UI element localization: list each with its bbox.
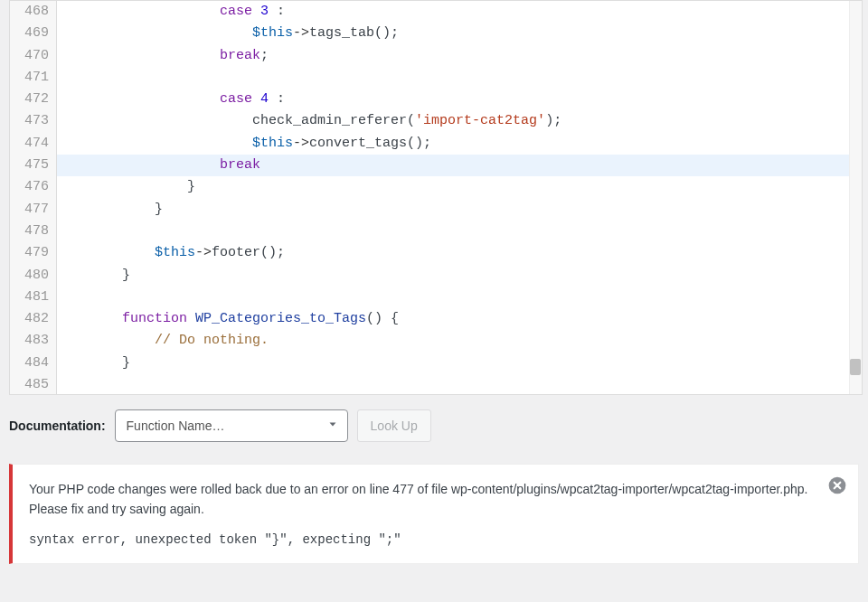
code-line[interactable]: function WP_Categories_to_Tags() { [57, 308, 849, 330]
line-number: 475 [10, 155, 49, 176]
code-line[interactable]: $this->tags_tab(); [57, 23, 849, 44]
line-number: 471 [10, 67, 49, 89]
line-number: 484 [10, 353, 49, 374]
code-editor[interactable]: 4684694704714724734744754764774784794804… [9, 0, 863, 395]
function-name-select[interactable]: Function Name… [115, 409, 348, 442]
line-number: 476 [10, 176, 49, 198]
line-number: 483 [10, 330, 49, 352]
scrollbar-thumb[interactable] [850, 359, 861, 375]
code-line[interactable]: case 3 : [57, 1, 849, 23]
code-line[interactable] [57, 221, 849, 242]
code-line[interactable]: } [57, 176, 849, 198]
line-number-gutter: 4684694704714724734744754764774784794804… [10, 1, 57, 394]
code-line[interactable]: check_admin_referer('import-cat2tag'); [57, 110, 849, 132]
documentation-label: Documentation: [9, 419, 106, 433]
line-number: 485 [10, 374, 49, 395]
line-number: 474 [10, 133, 49, 155]
code-line[interactable] [57, 67, 849, 89]
error-description: Your PHP code changes were rolled back d… [29, 479, 815, 520]
code-line[interactable]: $this->footer(); [57, 242, 849, 264]
error-detail: syntax error, unexpected token "}", expe… [29, 532, 815, 547]
line-number: 478 [10, 221, 49, 242]
look-up-button[interactable]: Look Up [357, 409, 431, 442]
line-number: 468 [10, 1, 49, 23]
line-number: 477 [10, 199, 49, 221]
code-line[interactable] [57, 287, 849, 308]
code-line[interactable]: break [57, 155, 849, 176]
line-number: 480 [10, 265, 49, 287]
error-notice: Your PHP code changes were rolled back d… [9, 464, 859, 564]
code-line[interactable]: } [57, 265, 849, 287]
code-lines[interactable]: case 3 : $this->tags_tab(); break; case … [57, 1, 849, 394]
line-number: 470 [10, 45, 49, 67]
documentation-row: Documentation: Function Name… Look Up [9, 409, 868, 442]
dismiss-notice-button[interactable] [827, 475, 847, 495]
code-line[interactable]: } [57, 353, 849, 374]
code-line[interactable]: break; [57, 45, 849, 67]
code-line[interactable]: $this->convert_tags(); [57, 133, 849, 155]
code-line[interactable]: } [57, 199, 849, 221]
vertical-scrollbar[interactable] [849, 1, 862, 394]
line-number: 472 [10, 89, 49, 110]
line-number: 469 [10, 23, 49, 44]
code-line[interactable]: case 4 : [57, 89, 849, 110]
line-number: 481 [10, 287, 49, 308]
close-icon [827, 475, 847, 495]
line-number: 479 [10, 242, 49, 264]
line-number: 482 [10, 308, 49, 330]
code-line[interactable]: // Do nothing. [57, 330, 849, 352]
line-number: 473 [10, 110, 49, 132]
